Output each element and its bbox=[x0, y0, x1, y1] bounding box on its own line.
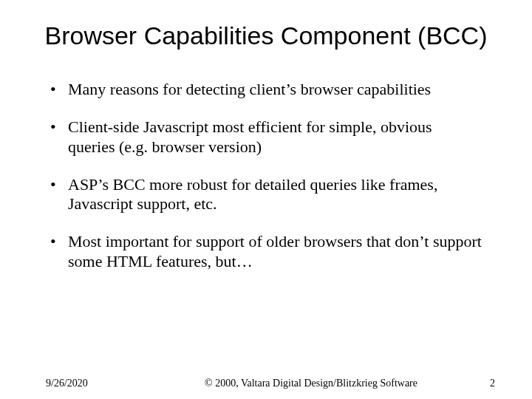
slide: Browser Capabilities Component (BCC) Man… bbox=[0, 0, 532, 399]
slide-title: Browser Capabilities Component (BCC) bbox=[44, 21, 488, 50]
footer-copyright: © 2000, Valtara Digital Design/Blitzkrie… bbox=[171, 378, 451, 390]
bullet-list: Many reasons for detecting client’s brow… bbox=[37, 80, 495, 272]
footer-page-number: 2 bbox=[451, 378, 495, 389]
list-item: Most important for support of older brow… bbox=[50, 232, 482, 272]
footer-date: 9/26/2020 bbox=[46, 378, 171, 389]
list-item: Many reasons for detecting client’s brow… bbox=[50, 80, 482, 100]
list-item: ASP’s BCC more robust for detailed queri… bbox=[50, 175, 482, 215]
list-item: Client-side Javascript most efficient fo… bbox=[50, 117, 482, 157]
slide-footer: 9/26/2020 © 2000, Valtara Digital Design… bbox=[0, 378, 532, 390]
